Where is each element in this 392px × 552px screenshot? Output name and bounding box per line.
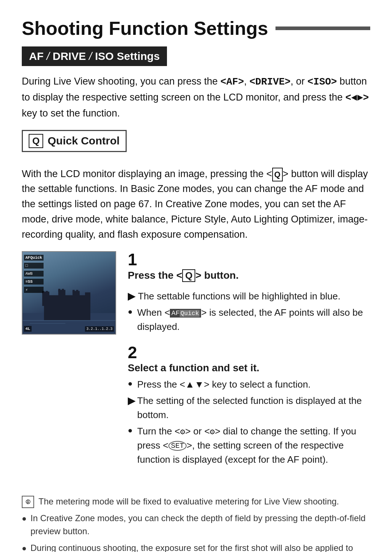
af-drive-iso-header: AF / DRIVE / ISO Settings <box>22 46 167 66</box>
dot-icon-2: ● <box>128 377 134 392</box>
step-2-bullet-3: ● Turn the <⚙> or <⚙> dial to change the… <box>128 424 370 467</box>
svg-rect-9 <box>62 289 64 292</box>
af-section-body: During Live View shooting, you can press… <box>22 74 370 121</box>
steps-column: 1 Press the <Q> button. ▶ The settable f… <box>128 251 370 477</box>
cam-badge-exposure: 3.2.1..1.2.3 <box>85 326 114 332</box>
cam-badge-al: ⚡ <box>24 287 44 293</box>
quick-control-body: With the LCD monitor displaying an image… <box>22 167 370 242</box>
notes-section: 🛈 The metering mode will be fixed to eva… <box>22 488 370 552</box>
step-2-title: Select a function and set it. <box>128 362 370 374</box>
page-title: Shooting Function Settings <box>22 17 370 39</box>
cam-badge-quality: 4L <box>24 326 32 332</box>
dot-icon-3: ● <box>128 424 134 467</box>
arrow-icon-2: ▶ <box>128 394 134 422</box>
set-button-symbol: SET <box>168 441 187 451</box>
step-1-bullet-1: ▶ The settable functions will be highlig… <box>128 289 370 303</box>
svg-rect-5 <box>85 293 90 306</box>
dial-1-icon: ⚙ <box>180 428 185 437</box>
step-2-block: 2 Select a function and set it. ● Press … <box>128 344 370 467</box>
svg-rect-1 <box>44 295 90 320</box>
note-3-text: During continuous shooting, the exposure… <box>30 541 370 552</box>
arrow-icon-1: ▶ <box>128 289 135 303</box>
q-icon: Q <box>29 134 43 148</box>
note-dot-2: ● <box>22 512 26 538</box>
svg-rect-13 <box>30 323 65 324</box>
title-text: Shooting Function Settings <box>22 17 268 39</box>
af-quick-badge: AFQuick <box>170 309 201 318</box>
step-1-bullet-2: ● When <AFQuick> is selected, the AF poi… <box>128 306 370 334</box>
step-2-number: 2 <box>128 344 370 361</box>
note-dot-3: ● <box>22 542 26 552</box>
svg-rect-12 <box>23 320 115 321</box>
svg-rect-10 <box>73 290 75 293</box>
camera-left-panel: AFQuick □ AWB ≡SS ⚡ <box>24 255 44 293</box>
dial-2-icon: ⚙ <box>210 428 215 437</box>
cam-badge-wb: AWB <box>24 271 44 277</box>
quick-control-label: Quick Control <box>48 135 119 147</box>
title-bar <box>275 26 370 30</box>
svg-rect-8 <box>58 289 61 292</box>
quick-control-header: Q Quick Control <box>22 130 127 152</box>
step-1-title: Press the <Q> button. <box>128 269 370 286</box>
svg-rect-11 <box>76 290 78 293</box>
note-1-text: The metering mode will be fixed to evalu… <box>38 495 339 508</box>
svg-rect-7 <box>46 291 48 294</box>
step-2-bullet-1: ● Press the <▲▼> key to select a functio… <box>128 377 370 392</box>
step-2-bullets: ● Press the <▲▼> key to select a functio… <box>128 377 370 467</box>
step-1-block: 1 Press the <Q> button. ▶ The settable f… <box>128 251 370 334</box>
note-icon-box: 🛈 <box>22 496 34 508</box>
camera-screen-image: AFQuick □ AWB ≡SS ⚡ 4L 3.2.1..1.2.3 <box>22 251 116 335</box>
cam-badge-afquick: AFQuick <box>24 255 44 261</box>
dot-icon-1: ● <box>128 306 134 334</box>
note-row-3: ● During continuous shooting, the exposu… <box>22 541 370 552</box>
step-1-bullets: ▶ The settable functions will be highlig… <box>128 289 370 334</box>
cam-badge-drive: □ <box>24 263 44 269</box>
content-row: AFQuick □ AWB ≡SS ⚡ 4L 3.2.1..1.2.3 1 Pr… <box>22 251 370 477</box>
camera-bottom-panel: 4L 3.2.1..1.2.3 <box>24 326 114 332</box>
svg-rect-4 <box>73 291 80 306</box>
step-1-number: 1 <box>128 251 370 268</box>
svg-rect-3 <box>58 290 66 306</box>
note-row-1: 🛈 The metering mode will be fixed to eva… <box>22 495 370 508</box>
note-row-2: ● In Creative Zone modes, you can check … <box>22 512 370 538</box>
step-2-bullet-2: ▶ The setting of the selected function i… <box>128 394 370 422</box>
note-2-text: In Creative Zone modes, you can check th… <box>30 512 370 538</box>
cam-badge-style: ≡SS <box>24 279 44 285</box>
